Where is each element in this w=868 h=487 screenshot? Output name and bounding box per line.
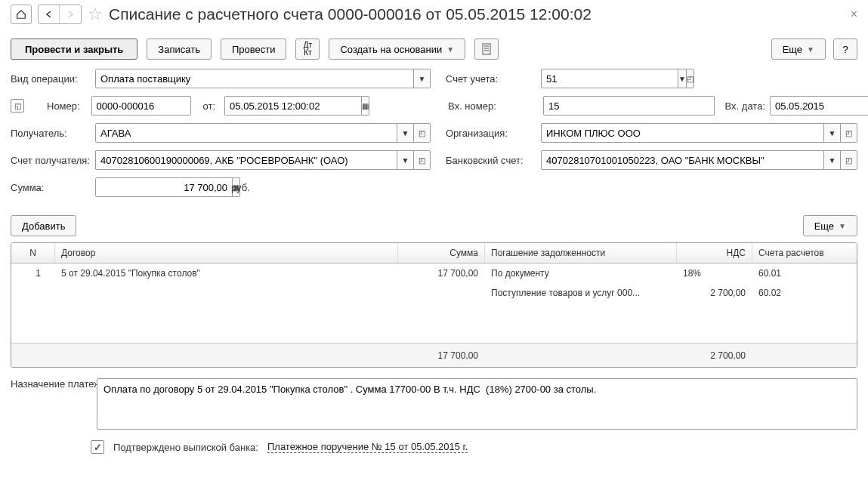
- svg-rect-0: [483, 44, 490, 54]
- amount-field[interactable]: ▦: [95, 177, 224, 197]
- dropdown-icon[interactable]: ▼: [824, 123, 841, 143]
- bank-statement-link[interactable]: Платежное поручение № 15 от 05.05.2015 г…: [267, 441, 468, 453]
- table-footer: 17 700,00 2 700,00: [11, 343, 857, 367]
- operation-type-field[interactable]: ▼: [95, 69, 431, 88]
- currency-label: руб.: [231, 182, 250, 193]
- calendar-icon[interactable]: ▦: [362, 96, 369, 116]
- close-button[interactable]: ×: [851, 8, 857, 21]
- post-and-close-button[interactable]: Провести и закрыть: [11, 39, 137, 60]
- toolbar: Провести и закрыть Записать Провести ДтК…: [0, 32, 868, 66]
- table-more-button[interactable]: Еще▼: [803, 215, 857, 236]
- bank-account-field[interactable]: ▼ ◰: [541, 150, 857, 170]
- open-icon[interactable]: ◰: [414, 150, 431, 170]
- dtkt-icon: ДтКт: [304, 42, 312, 57]
- number-label: Номер:: [47, 100, 80, 112]
- open-icon[interactable]: ◰: [687, 69, 694, 88]
- confirm-row: ✓ Подтверждено выпиской банка: Платежное…: [0, 440, 868, 461]
- table-body[interactable]: 1 5 от 29.04.2015 "Покупка столов" 17 70…: [11, 264, 857, 343]
- col-debt[interactable]: Погашение задолженности: [485, 243, 677, 263]
- arrow-left-icon: [45, 10, 54, 19]
- purpose-row: Назначение платежа:: [0, 368, 868, 440]
- bank-account-input[interactable]: [541, 150, 824, 170]
- dropdown-icon[interactable]: ▼: [678, 69, 687, 88]
- operation-type-label: Вид операции:: [11, 73, 91, 85]
- arrow-right-icon: [66, 10, 75, 19]
- dropdown-icon[interactable]: ▼: [397, 123, 414, 143]
- col-contract[interactable]: Договор: [55, 243, 398, 263]
- in-date-label: Вх. дата:: [725, 100, 765, 112]
- dropdown-icon[interactable]: ▼: [414, 69, 431, 88]
- debit-credit-button[interactable]: ДтКт: [295, 39, 320, 60]
- attachments-button[interactable]: [474, 39, 499, 60]
- toolbar-right: Еще▼ ?: [771, 39, 857, 60]
- more-button[interactable]: Еще▼: [771, 39, 826, 60]
- date-input[interactable]: [224, 96, 362, 116]
- home-button[interactable]: [11, 5, 32, 24]
- amount-label: Сумма:: [11, 182, 91, 193]
- app-window: ☆ Списание с расчетного счета 0000-00001…: [0, 0, 868, 487]
- favorite-star-icon[interactable]: ☆: [88, 5, 103, 24]
- organization-field[interactable]: ▼ ◰: [541, 123, 857, 143]
- nav-bar: ☆ Списание с расчетного счета 0000-00001…: [0, 0, 868, 32]
- account-input[interactable]: [541, 69, 678, 88]
- form-area: Вид операции: ▼ Счет учета: ▼ ◰ ◱ Номер:…: [0, 66, 868, 215]
- table-row[interactable]: Поступление товаров и услуг 000... 2 700…: [11, 283, 857, 303]
- in-date-field[interactable]: ▦: [770, 96, 857, 116]
- in-date-input[interactable]: [770, 96, 868, 116]
- dropdown-icon[interactable]: ▼: [397, 150, 414, 170]
- number-input[interactable]: [91, 96, 191, 116]
- purpose-input[interactable]: [97, 378, 857, 430]
- account-field[interactable]: ▼ ◰: [541, 69, 632, 88]
- recipient-account-input[interactable]: [95, 150, 397, 170]
- note-icon[interactable]: ◱: [11, 99, 24, 113]
- dropdown-icon[interactable]: ▼: [824, 150, 841, 170]
- details-table: N Договор Сумма Погашение задолженности …: [11, 242, 857, 368]
- account-label: Счет учета:: [446, 73, 536, 85]
- forward-button[interactable]: [60, 5, 81, 23]
- date-field[interactable]: ▦: [224, 96, 354, 116]
- recipient-field[interactable]: ▼ ◰: [95, 123, 431, 143]
- caret-down-icon: ▼: [446, 45, 454, 54]
- organization-label: Организация:: [446, 128, 536, 139]
- home-icon: [16, 9, 26, 20]
- col-vat[interactable]: НДС: [677, 243, 752, 263]
- open-icon[interactable]: ◰: [841, 123, 857, 143]
- open-icon[interactable]: ◰: [841, 150, 857, 170]
- help-button[interactable]: ?: [833, 39, 857, 60]
- table-row[interactable]: 1 5 от 29.04.2015 "Покупка столов" 17 70…: [11, 264, 857, 283]
- left-tool-col: ◱ Номер:: [11, 99, 87, 113]
- table-toolbar: Добавить Еще▼: [0, 215, 868, 242]
- col-n[interactable]: N: [11, 243, 55, 263]
- add-row-button[interactable]: Добавить: [11, 215, 76, 236]
- recipient-input[interactable]: [95, 123, 397, 143]
- back-button[interactable]: [39, 5, 60, 23]
- save-button[interactable]: Записать: [147, 39, 212, 60]
- page-title: Списание с расчетного счета 0000-000016 …: [109, 5, 592, 23]
- create-based-on-button[interactable]: Создать на основании▼: [329, 39, 465, 60]
- nav-arrows[interactable]: [38, 5, 82, 24]
- col-sum[interactable]: Сумма: [398, 243, 485, 263]
- caret-down-icon: ▼: [839, 222, 846, 230]
- confirmed-label: Подтверждено выпиской банка:: [113, 442, 258, 453]
- operation-type-input[interactable]: [95, 69, 414, 88]
- in-number-input[interactable]: [543, 96, 714, 116]
- amount-input[interactable]: [95, 177, 233, 197]
- document-icon: [481, 43, 492, 55]
- post-button[interactable]: Провести: [221, 39, 287, 60]
- purpose-label: Назначение платежа:: [11, 378, 91, 430]
- recipient-label: Получатель:: [11, 128, 91, 139]
- from-label: от:: [203, 100, 216, 112]
- col-accounts[interactable]: Счета расчетов: [752, 243, 843, 263]
- recipient-account-label: Счет получателя:: [11, 155, 91, 166]
- confirmed-checkbox[interactable]: ✓: [91, 440, 104, 454]
- bank-account-label: Банковский счет:: [446, 155, 536, 166]
- table-header: N Договор Сумма Погашение задолженности …: [11, 243, 857, 264]
- organization-input[interactable]: [541, 123, 824, 143]
- caret-down-icon: ▼: [807, 45, 814, 54]
- open-icon[interactable]: ◰: [414, 123, 431, 143]
- in-number-label: Вх. номер:: [448, 100, 539, 112]
- recipient-account-field[interactable]: ▼ ◰: [95, 150, 431, 170]
